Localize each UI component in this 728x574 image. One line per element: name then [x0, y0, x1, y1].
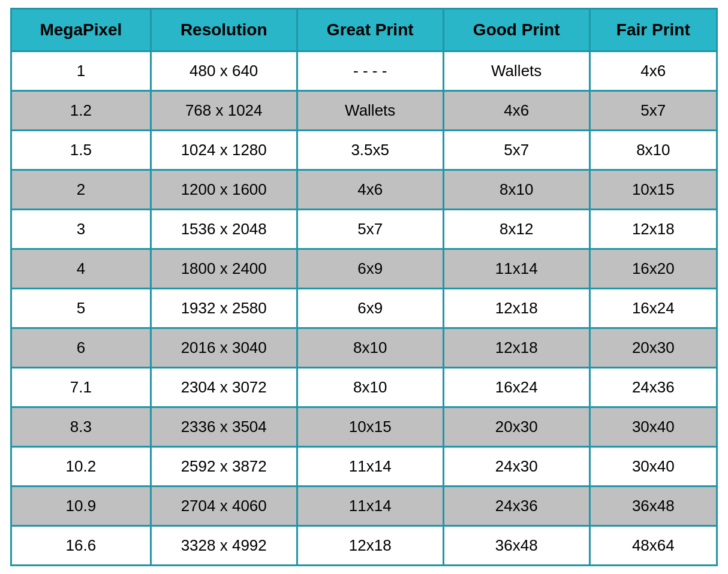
cell-megapixel: 8.3 [11, 407, 151, 447]
cell-resolution: 2016 x 3040 [151, 328, 297, 368]
cell-fair: 36x48 [589, 487, 717, 526]
cell-megapixel: 4 [11, 249, 151, 289]
cell-megapixel: 1.5 [11, 131, 151, 170]
header-good-print: Good Print [443, 9, 589, 52]
header-megapixel: MegaPixel [11, 9, 151, 52]
cell-great: 4x6 [297, 170, 443, 210]
cell-great: 8x10 [297, 368, 443, 407]
cell-great: Wallets [297, 91, 443, 131]
cell-resolution: 2704 x 4060 [151, 487, 297, 526]
cell-great: 10x15 [297, 407, 443, 447]
cell-fair: 12x18 [589, 210, 717, 249]
table-row: 62016 x 30408x1012x1820x30 [11, 328, 717, 368]
cell-fair: 30x40 [589, 447, 717, 487]
cell-resolution: 1024 x 1280 [151, 131, 297, 170]
cell-great: 12x18 [297, 526, 443, 566]
table-container: MegaPixel Resolution Great Print Good Pr… [4, 2, 724, 572]
table-row: 8.32336 x 350410x1520x3030x40 [11, 407, 717, 447]
cell-great: 11x14 [297, 487, 443, 526]
cell-resolution: 768 x 1024 [151, 91, 297, 131]
cell-great: 5x7 [297, 210, 443, 249]
cell-great: 6x9 [297, 249, 443, 289]
table-row: 10.22592 x 387211x1424x3030x40 [11, 447, 717, 487]
table-row: 1.51024 x 12803.5x55x78x10 [11, 131, 717, 170]
cell-resolution: 2304 x 3072 [151, 368, 297, 407]
cell-megapixel: 2 [11, 170, 151, 210]
cell-resolution: 480 x 640 [151, 52, 297, 91]
cell-great: 3.5x5 [297, 131, 443, 170]
cell-good: 12x18 [443, 289, 589, 328]
cell-good: 20x30 [443, 407, 589, 447]
cell-fair: 20x30 [589, 328, 717, 368]
cell-megapixel: 6 [11, 328, 151, 368]
cell-great: 6x9 [297, 289, 443, 328]
cell-megapixel: 3 [11, 210, 151, 249]
cell-resolution: 1200 x 1600 [151, 170, 297, 210]
cell-megapixel: 16.6 [11, 526, 151, 566]
cell-fair: 48x64 [589, 526, 717, 566]
table-body: 1480 x 640- - - -Wallets4x61.2768 x 1024… [11, 52, 717, 566]
cell-good: 8x10 [443, 170, 589, 210]
table-row: 51932 x 25806x912x1816x24 [11, 289, 717, 328]
cell-good: 11x14 [443, 249, 589, 289]
cell-megapixel: 1.2 [11, 91, 151, 131]
header-resolution: Resolution [151, 9, 297, 52]
table-row: 16.63328 x 499212x1836x4848x64 [11, 526, 717, 566]
header-row: MegaPixel Resolution Great Print Good Pr… [11, 9, 717, 52]
cell-good: 16x24 [443, 368, 589, 407]
cell-megapixel: 5 [11, 289, 151, 328]
cell-resolution: 2336 x 3504 [151, 407, 297, 447]
cell-great: - - - - [297, 52, 443, 91]
print-quality-table: MegaPixel Resolution Great Print Good Pr… [10, 8, 718, 566]
cell-megapixel: 1 [11, 52, 151, 91]
cell-good: 24x36 [443, 487, 589, 526]
cell-good: Wallets [443, 52, 589, 91]
table-row: 41800 x 24006x911x1416x20 [11, 249, 717, 289]
cell-megapixel: 10.9 [11, 487, 151, 526]
cell-fair: 5x7 [589, 91, 717, 131]
cell-fair: 8x10 [589, 131, 717, 170]
cell-resolution: 3328 x 4992 [151, 526, 297, 566]
cell-resolution: 1800 x 2400 [151, 249, 297, 289]
table-row: 1480 x 640- - - -Wallets4x6 [11, 52, 717, 91]
header-fair-print: Fair Print [589, 9, 717, 52]
cell-fair: 16x20 [589, 249, 717, 289]
cell-good: 4x6 [443, 91, 589, 131]
table-row: 10.92704 x 406011x1424x3636x48 [11, 487, 717, 526]
cell-megapixel: 7.1 [11, 368, 151, 407]
cell-resolution: 1932 x 2580 [151, 289, 297, 328]
cell-fair: 10x15 [589, 170, 717, 210]
table-row: 31536 x 20485x78x1212x18 [11, 210, 717, 249]
cell-fair: 4x6 [589, 52, 717, 91]
header-great-print: Great Print [297, 9, 443, 52]
table-row: 21200 x 16004x68x1010x15 [11, 170, 717, 210]
cell-megapixel: 10.2 [11, 447, 151, 487]
table-row: 7.12304 x 30728x1016x2424x36 [11, 368, 717, 407]
cell-good: 36x48 [443, 526, 589, 566]
cell-fair: 16x24 [589, 289, 717, 328]
cell-great: 8x10 [297, 328, 443, 368]
cell-fair: 24x36 [589, 368, 717, 407]
cell-good: 8x12 [443, 210, 589, 249]
cell-good: 24x30 [443, 447, 589, 487]
cell-resolution: 2592 x 3872 [151, 447, 297, 487]
cell-great: 11x14 [297, 447, 443, 487]
cell-resolution: 1536 x 2048 [151, 210, 297, 249]
cell-good: 5x7 [443, 131, 589, 170]
cell-good: 12x18 [443, 328, 589, 368]
table-row: 1.2768 x 1024Wallets4x65x7 [11, 91, 717, 131]
cell-fair: 30x40 [589, 407, 717, 447]
